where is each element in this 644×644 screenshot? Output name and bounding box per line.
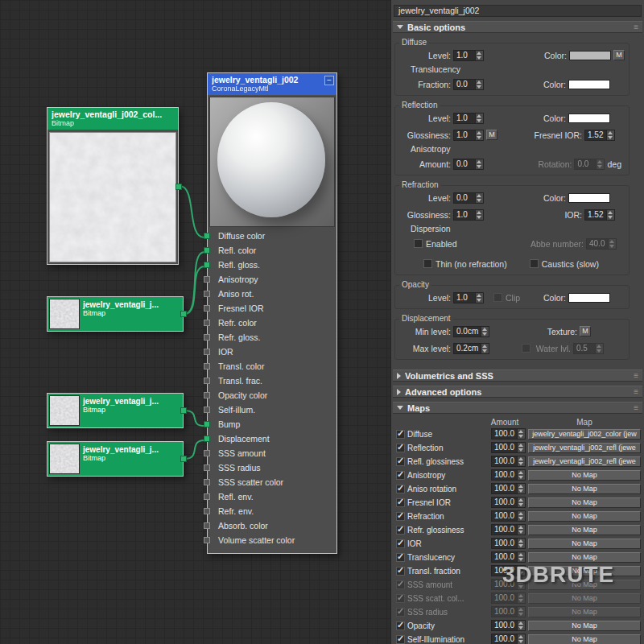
node-header[interactable]: jewelry_ventagli_j... Bitmap xyxy=(80,299,181,329)
map-button[interactable]: jewelry_ventagli_j002_refl (jewe xyxy=(528,456,641,467)
map-amount-spinner[interactable]: 100.0 xyxy=(491,538,526,549)
spinner-value[interactable]: 1.0 xyxy=(454,130,475,140)
thin-refraction-checkbox[interactable] xyxy=(423,259,432,268)
texture-preview[interactable] xyxy=(49,299,80,329)
material-slot-absorb-color[interactable]: Absorb. color xyxy=(208,518,336,533)
map-button[interactable]: jewelry_ventagli_j002_refl (jewe xyxy=(528,443,641,453)
spinner-value[interactable]: 100.0 xyxy=(492,484,517,493)
map-amount-spinner[interactable]: 100.0 xyxy=(491,428,526,440)
input-socket[interactable] xyxy=(204,537,210,543)
diffuse-color-swatch[interactable] xyxy=(569,51,611,60)
spinner-down-icon[interactable] xyxy=(481,332,489,336)
input-socket[interactable] xyxy=(204,479,210,485)
connection-wire[interactable] xyxy=(184,252,204,314)
input-socket[interactable] xyxy=(204,508,210,514)
output-socket[interactable] xyxy=(175,184,182,190)
spinner-down-icon[interactable] xyxy=(518,448,525,452)
spinner-down-icon[interactable] xyxy=(476,215,483,220)
input-socket[interactable] xyxy=(204,436,210,442)
spinner-down-icon[interactable] xyxy=(597,164,604,169)
spinner-down-icon[interactable] xyxy=(476,298,483,303)
map-amount-spinner[interactable]: 100.0 xyxy=(491,620,526,631)
clip-checkbox[interactable] xyxy=(493,293,502,302)
input-socket[interactable] xyxy=(204,378,210,384)
collapse-node-button[interactable]: − xyxy=(324,76,334,85)
connection-wire[interactable] xyxy=(184,440,204,459)
spinner-down-icon[interactable] xyxy=(518,639,525,644)
map-button[interactable]: No Map xyxy=(528,552,641,563)
spinner-value[interactable]: 100.0 xyxy=(492,607,517,617)
map-button[interactable]: No Map xyxy=(528,593,641,604)
input-socket[interactable] xyxy=(204,305,210,312)
map-button[interactable]: No Map xyxy=(528,539,641,549)
spinner-down-icon[interactable] xyxy=(607,215,614,220)
spinner-value[interactable]: 0.0 xyxy=(454,80,475,89)
spinner-down-icon[interactable] xyxy=(518,612,525,617)
spinner-down-icon[interactable] xyxy=(476,135,483,140)
spinner-value[interactable]: 1.52 xyxy=(585,130,606,140)
spinner-value[interactable]: 100.0 xyxy=(492,634,517,644)
bitmap-node-diffuse[interactable]: jewelry_ventagli_j002_col... Bitmap xyxy=(47,107,179,265)
material-slot-sss-radius[interactable]: SSS radius xyxy=(208,460,336,475)
spinner-value[interactable]: 100.0 xyxy=(492,552,517,562)
spinner-down-icon[interactable] xyxy=(518,530,525,535)
material-slot-volume-scatter-color[interactable]: Volume scatter color xyxy=(208,533,336,547)
spinner-down-icon[interactable] xyxy=(476,164,483,169)
refr-glossiness-spinner[interactable]: 1.0 xyxy=(453,209,484,221)
map-enable-checkbox[interactable] xyxy=(396,608,405,617)
material-slot-displacement[interactable]: Displacement xyxy=(208,431,336,446)
input-socket[interactable] xyxy=(204,522,210,529)
reflection-color-swatch[interactable] xyxy=(568,114,610,123)
input-socket[interactable] xyxy=(204,464,210,471)
material-slot-refr-env[interactable]: Refr. env. xyxy=(208,504,336,518)
diffuse-map-button[interactable]: M xyxy=(613,50,625,60)
map-amount-spinner[interactable]: 100.0 xyxy=(491,442,526,453)
map-enable-checkbox[interactable] xyxy=(396,621,405,630)
bitmap-node-displacement[interactable]: jewelry_ventagli_j... Bitmap xyxy=(47,441,184,477)
spinner-value[interactable]: 0.0cm xyxy=(454,327,481,336)
map-enable-checkbox[interactable] xyxy=(396,498,405,507)
node-header[interactable]: jewelry_ventagli_j... Bitmap xyxy=(80,395,181,426)
material-slot-ior[interactable]: IOR xyxy=(208,345,336,359)
output-socket[interactable] xyxy=(180,311,187,317)
connection-wire[interactable] xyxy=(180,186,204,237)
spinner-value[interactable]: 1.52 xyxy=(585,210,606,220)
fraction-spinner[interactable]: 0.0 xyxy=(453,79,484,90)
texture-preview[interactable] xyxy=(49,444,80,474)
spinner-down-icon[interactable] xyxy=(518,625,525,630)
spinner-down-icon[interactable] xyxy=(518,502,525,507)
input-socket[interactable] xyxy=(204,262,210,268)
map-button[interactable]: No Map xyxy=(528,470,641,481)
map-amount-spinner[interactable]: 100.0 xyxy=(491,551,526,563)
spinner-value[interactable]: 40.0 xyxy=(587,239,608,249)
spinner-value[interactable]: 100.0 xyxy=(492,443,517,452)
texture-preview[interactable] xyxy=(49,395,80,426)
spinner-value[interactable]: 1.0 xyxy=(454,51,475,60)
map-button[interactable]: No Map xyxy=(528,621,641,631)
map-amount-spinner[interactable]: 100.0 xyxy=(491,524,526,535)
water-level-spinner[interactable]: 0.5 xyxy=(573,343,604,354)
spinner-value[interactable]: 0.5 xyxy=(574,344,595,353)
material-slot-refl-gloss[interactable]: Refl. gloss. xyxy=(208,258,336,272)
map-enable-checkbox[interactable] xyxy=(396,512,405,521)
spinner-value[interactable]: 1.0 xyxy=(454,293,475,303)
material-slot-refr-gloss[interactable]: Refr. gloss. xyxy=(208,330,336,345)
glossiness-spinner[interactable]: 1.0 xyxy=(453,130,484,141)
material-slot-refl-env[interactable]: Refl. env. xyxy=(208,489,336,504)
input-socket[interactable] xyxy=(204,363,210,369)
node-header[interactable]: jewelry_ventagli_j002_col... Bitmap xyxy=(47,108,178,130)
spinner-value[interactable]: 1.0 xyxy=(454,114,475,123)
map-button[interactable]: No Map xyxy=(528,525,641,535)
output-socket[interactable] xyxy=(180,456,187,462)
spinner-value[interactable]: 100.0 xyxy=(492,470,517,480)
spinner-value[interactable]: 0.0 xyxy=(575,159,596,169)
spinner-value[interactable]: 100.0 xyxy=(492,456,517,466)
rollout-volumetrics[interactable]: Volumetrics and SSS ≡ xyxy=(393,369,642,382)
map-enable-checkbox[interactable] xyxy=(396,485,405,493)
map-button[interactable]: No Map xyxy=(528,607,641,617)
input-socket[interactable] xyxy=(204,233,210,239)
spinner-value[interactable]: 100.0 xyxy=(492,525,517,535)
spinner-down-icon[interactable] xyxy=(476,85,483,89)
spinner-down-icon[interactable] xyxy=(518,516,525,521)
material-slot-refr-color[interactable]: Refr. color xyxy=(208,316,336,330)
